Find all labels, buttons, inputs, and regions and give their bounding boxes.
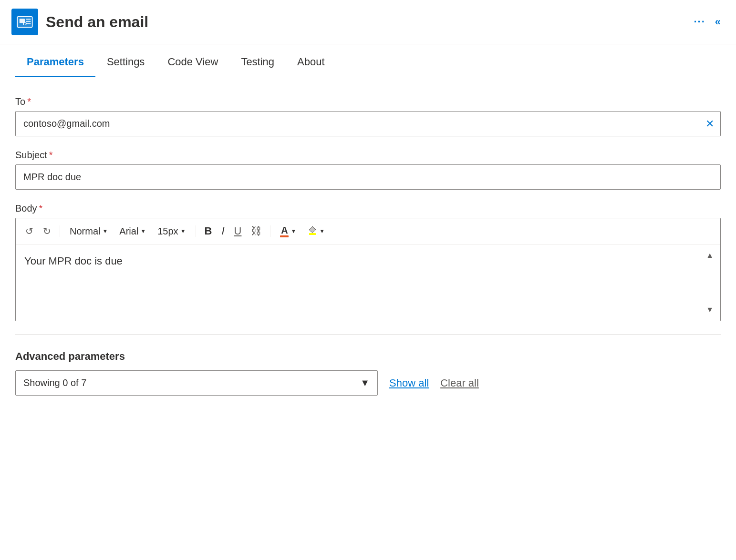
scroll-up-button[interactable]: ▲ <box>706 251 714 260</box>
to-input[interactable] <box>15 111 721 136</box>
show-all-button[interactable]: Show all <box>389 377 429 389</box>
fontcolor-chevron-icon: ▼ <box>290 228 296 234</box>
subject-required: * <box>49 150 53 161</box>
font-chevron-icon: ▼ <box>140 228 146 234</box>
app-icon: O <box>11 9 38 35</box>
redo-icon: ↻ <box>43 225 51 237</box>
subject-input-wrapper <box>15 164 721 190</box>
subject-label: Subject * <box>15 150 721 161</box>
main-content: To * ✕ Subject * Body * ↺ <box>0 77 736 411</box>
svg-rect-8 <box>309 233 316 235</box>
advanced-controls: Showing 0 of 7 ▼ Show all Clear all <box>15 370 721 396</box>
bold-button[interactable]: B <box>202 223 215 239</box>
advanced-actions: Show all Clear all <box>389 377 479 389</box>
tabs-bar: Parameters Settings Code View Testing Ab… <box>0 48 736 77</box>
collapse-button[interactable]: « <box>715 16 721 28</box>
undo-button[interactable]: ↺ <box>22 224 36 239</box>
tab-about[interactable]: About <box>286 48 336 77</box>
header-left: O Send an email <box>11 9 148 35</box>
to-required: * <box>27 96 31 107</box>
underline-button[interactable]: U <box>231 223 245 239</box>
more-options-button[interactable]: ··· <box>694 16 705 28</box>
toolbar-separator-3 <box>270 225 270 237</box>
advanced-dropdown-chevron-icon: ▼ <box>360 377 370 388</box>
underline-icon: U <box>234 225 242 237</box>
body-required: * <box>39 203 43 214</box>
advanced-parameters-dropdown[interactable]: Showing 0 of 7 ▼ <box>15 370 378 396</box>
clear-all-button[interactable]: Clear all <box>440 377 479 389</box>
font-color-icon: A <box>280 225 289 237</box>
to-clear-button[interactable]: ✕ <box>705 118 714 130</box>
link-icon: ⛓ <box>251 225 261 237</box>
tab-testing[interactable]: Testing <box>229 48 286 77</box>
italic-button[interactable]: I <box>218 223 227 239</box>
advanced-parameters-title: Advanced parameters <box>15 350 721 363</box>
toolbar-separator-2 <box>196 225 196 237</box>
editor-toolbar: ↺ ↻ Normal ▼ Arial ▼ 15px ▼ <box>16 218 720 244</box>
page-title: Send an email <box>46 13 148 31</box>
highlight-dropdown[interactable]: ▼ <box>304 224 329 238</box>
editor-content-area[interactable]: Your MPR doc is due ▲ ▼ <box>16 244 720 321</box>
tab-settings[interactable]: Settings <box>95 48 156 77</box>
undo-icon: ↺ <box>25 225 33 237</box>
style-chevron-icon: ▼ <box>102 228 108 234</box>
header-actions: ··· « <box>694 16 721 28</box>
svg-marker-7 <box>309 226 316 233</box>
body-editor: ↺ ↻ Normal ▼ Arial ▼ 15px ▼ <box>15 218 721 321</box>
subject-field-group: Subject * <box>15 150 721 190</box>
to-field-group: To * ✕ <box>15 96 721 136</box>
redo-button[interactable]: ↻ <box>40 224 54 239</box>
tab-codeview[interactable]: Code View <box>156 48 229 77</box>
body-label: Body * <box>15 203 721 214</box>
toolbar-separator-1 <box>60 225 60 237</box>
body-field-group: Body * ↺ ↻ Normal ▼ Arial ▼ <box>15 203 721 321</box>
highlight-chevron-icon: ▼ <box>319 228 325 234</box>
highlight-icon <box>308 226 317 236</box>
svg-rect-6 <box>26 23 31 24</box>
advanced-parameters-section: Advanced parameters Showing 0 of 7 ▼ Sho… <box>15 335 721 396</box>
font-dropdown[interactable]: Arial ▼ <box>115 224 150 239</box>
fontsize-dropdown[interactable]: 15px ▼ <box>154 224 189 239</box>
svg-rect-5 <box>26 21 31 22</box>
tab-parameters[interactable]: Parameters <box>15 48 95 77</box>
fontsize-chevron-icon: ▼ <box>180 228 186 234</box>
subject-input[interactable] <box>15 164 721 190</box>
to-label: To * <box>15 96 721 107</box>
fontcolor-dropdown[interactable]: A ▼ <box>276 224 300 239</box>
editor-text: Your MPR doc is due <box>24 255 123 267</box>
to-input-wrapper: ✕ <box>15 111 721 136</box>
style-dropdown[interactable]: Normal ▼ <box>66 224 112 239</box>
link-button[interactable]: ⛓ <box>248 223 264 239</box>
scroll-down-button[interactable]: ▼ <box>706 305 714 314</box>
svg-rect-4 <box>26 19 31 20</box>
header: O Send an email ··· « <box>0 0 736 44</box>
